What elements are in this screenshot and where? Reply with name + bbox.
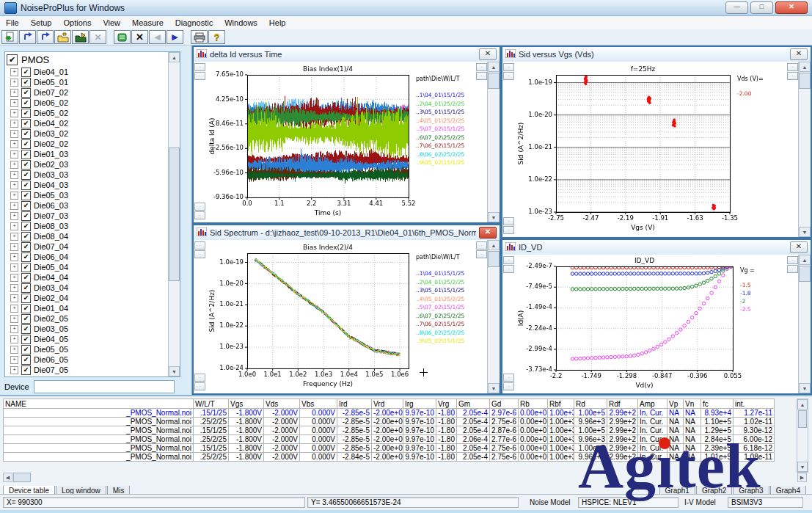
checkbox-checked[interactable]: ✔ [21, 304, 31, 313]
spinner-button[interactable]: · [503, 265, 514, 273]
spinner-button[interactable]: · [503, 382, 514, 390]
column-header-rd[interactable]: Rd [574, 399, 607, 409]
checkbox-checked[interactable]: ✔ [21, 119, 31, 128]
spinner-button[interactable]: · [503, 72, 514, 80]
tree-item-Die06_03[interactable]: +✔Die06_03 [5, 200, 180, 211]
expand-icon[interactable]: + [10, 335, 18, 343]
spinner-button[interactable]: · [194, 72, 205, 80]
tree-item-Die01_03[interactable]: +✔Die01_03 [5, 149, 180, 159]
tree-item-Die03_04[interactable]: +✔Die03_04 [5, 283, 180, 293]
checkbox-checked[interactable]: ✔ [21, 181, 31, 190]
spinner-button[interactable]: · [194, 211, 205, 219]
open-folder-button[interactable] [54, 30, 71, 44]
scroll-up-icon[interactable]: ▲ [799, 255, 811, 265]
checkbox-checked[interactable]: ✔ [21, 355, 31, 365]
expand-icon[interactable]: + [10, 171, 18, 179]
spinner-button[interactable]: · [787, 72, 798, 80]
delete-button[interactable]: ✕ [131, 30, 148, 44]
tree-item-Die05_01[interactable]: +✔Die05_01 [5, 77, 180, 87]
expand-icon[interactable]: + [10, 243, 18, 251]
forward-button[interactable]: ▶ [167, 30, 183, 44]
spinner-button[interactable]: · [194, 382, 205, 390]
graph-window-titlebar[interactable]: delta Id versus Time ✕ [194, 47, 500, 62]
tree-item-Die05_03[interactable]: +✔Die05_03 [5, 190, 180, 200]
print-button[interactable] [191, 30, 208, 44]
expand-icon[interactable]: + [10, 192, 18, 200]
tree-item-Die07_02[interactable]: +✔Die07_02 [5, 87, 180, 98]
graph-window-delta-id-time[interactable]: delta Id versus Time ✕ ······▲▼ [192, 46, 501, 224]
save-folder-button[interactable] [72, 30, 89, 44]
tree-item-Die04_05[interactable]: +✔Die04_05 [5, 334, 180, 344]
checkbox-checked[interactable]: ✔ [21, 324, 31, 334]
column-header-ird[interactable]: Ird [337, 399, 372, 409]
expand-icon[interactable]: + [10, 79, 18, 87]
scroll-down-icon[interactable]: ▼ [488, 212, 500, 222]
column-header-amp[interactable]: Amp [638, 399, 667, 409]
scroll-down-icon[interactable]: ▼ [799, 227, 811, 237]
expand-icon[interactable]: + [10, 233, 18, 241]
spinner-button[interactable]: · [787, 63, 798, 71]
scroll-down-icon[interactable]: ▼ [488, 383, 500, 393]
back-disabled-button[interactable]: ◀ [149, 30, 166, 44]
tree-item-Die07_05[interactable]: +✔Die07_05 [5, 365, 180, 375]
menu-item-view[interactable]: View [97, 17, 126, 29]
close-button[interactable]: ✕ [775, 1, 808, 14]
spinner-button[interactable]: · [503, 374, 514, 382]
tree-item-Die08_03[interactable]: +✔Die08_03 [5, 221, 180, 231]
close-graph-window-button[interactable]: ✕ [479, 227, 497, 239]
checkbox-checked[interactable]: ✔ [21, 252, 31, 262]
checkbox-checked[interactable]: ✔ [21, 232, 31, 241]
column-header-gd[interactable]: Gd [490, 399, 519, 409]
column-header-vds[interactable]: Vds [264, 399, 300, 409]
column-header-int-[interactable]: int. [734, 399, 775, 409]
spinner-button[interactable]: · [503, 256, 514, 264]
expand-icon[interactable]: + [10, 222, 18, 230]
expand-icon[interactable]: + [10, 161, 18, 169]
tree-item-Die02_04[interactable]: +✔Die02_04 [5, 293, 180, 303]
device-input[interactable] [34, 380, 175, 393]
chart-id-vd[interactable] [515, 256, 784, 390]
column-header-vrg[interactable]: Vrg [436, 399, 457, 409]
table-row[interactable]: _PMOS_Normal.noi.15/1/25-1.800V-2.000V0.… [4, 409, 775, 418]
spinner-button[interactable]: · [476, 250, 487, 258]
expand-icon[interactable]: + [10, 150, 18, 159]
checkbox-checked[interactable]: ✔ [21, 109, 31, 118]
tree-item-Die05_02[interactable]: +✔Die05_02 [5, 108, 180, 118]
checkbox-checked[interactable]: ✔ [21, 314, 31, 324]
table-row[interactable]: _PMOS_Normal.noi.25/2/25-1.800V-2.000V0.… [4, 418, 775, 426]
cut-disabled-button[interactable]: ✕ [89, 30, 106, 44]
column-header-fc[interactable]: fc [701, 399, 734, 409]
checkbox-checked[interactable]: ✔ [21, 78, 31, 87]
close-graph-window-button[interactable]: ✕ [479, 48, 497, 60]
scroll-up-icon[interactable]: ▲ [488, 62, 500, 72]
expand-icon[interactable]: + [10, 140, 18, 148]
expand-icon[interactable]: + [10, 253, 18, 261]
spinner-button[interactable]: · [787, 256, 798, 264]
checkbox-checked[interactable]: ✔ [21, 211, 31, 221]
graph-vscroll-thumb[interactable] [488, 251, 500, 267]
scroll-up-icon[interactable]: ▲ [797, 399, 808, 410]
column-header-rb[interactable]: Rb [519, 399, 548, 409]
spinner-button[interactable]: · [503, 217, 514, 225]
tree-item-Die02_05[interactable]: +✔Die02_05 [5, 313, 180, 324]
expand-icon[interactable]: + [10, 305, 18, 313]
column-header-w-l-t[interactable]: W/L/T [194, 399, 229, 409]
menu-item-setup[interactable]: Setup [25, 17, 58, 29]
tree-item-Die04_02[interactable]: +✔Die04_02 [5, 118, 180, 128]
expand-icon[interactable]: + [10, 325, 18, 333]
checkbox-checked[interactable]: ✔ [21, 222, 31, 231]
expand-icon[interactable]: + [10, 181, 18, 189]
tree-item-Die05_04[interactable]: +✔Die05_04 [5, 262, 180, 272]
graph-vscrollbar[interactable]: ▲▼ [487, 62, 500, 222]
tree-scrollbar[interactable]: ▲ ▼ [168, 52, 180, 376]
tree-item-Die04_01[interactable]: +✔Die04_01 [5, 67, 180, 77]
graph-vscroll-thumb[interactable] [799, 266, 811, 282]
checkbox-checked[interactable]: ✔ [21, 365, 31, 375]
expand-icon[interactable]: + [10, 346, 18, 354]
checkbox-checked[interactable]: ✔ [21, 335, 31, 344]
replot-right-button[interactable] [37, 30, 54, 44]
menu-item-options[interactable]: Options [57, 17, 97, 29]
expand-icon[interactable]: + [10, 68, 18, 76]
tree-item-Die03_03[interactable]: +✔Die03_03 [5, 170, 180, 180]
tree-item-Die07_04[interactable]: +✔Die07_04 [5, 241, 180, 252]
